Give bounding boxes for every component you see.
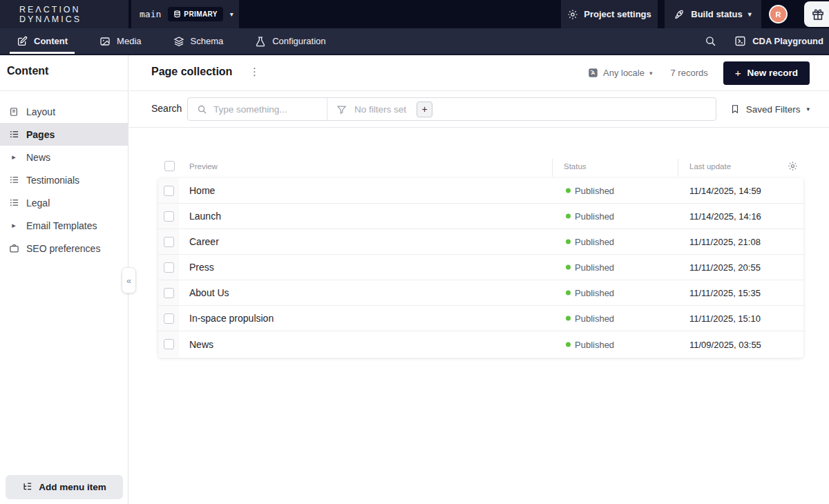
search-filter-row: Search No filters set + (129, 91, 829, 127)
list-icon (8, 175, 19, 185)
row-checkbox[interactable] (164, 313, 174, 324)
gear-icon (567, 9, 578, 20)
select-all-checkbox[interactable] (164, 161, 175, 171)
status-dot (566, 240, 571, 244)
primary-badge-label: PRIMARY (184, 10, 218, 18)
gift-button[interactable] (804, 1, 829, 27)
image-icon (99, 36, 111, 47)
flask-icon (255, 36, 266, 47)
row-checkbox[interactable] (164, 211, 174, 222)
cell-last-update: 11/14/2025, 14:59 (689, 186, 761, 196)
table-settings-gear-icon[interactable] (788, 161, 798, 171)
sidebar-item-label: Testimonials (26, 175, 79, 186)
saved-filters-button[interactable]: Saved Filters ▾ (730, 97, 810, 121)
tree-list-icon (22, 482, 32, 492)
column-header-status[interactable]: Status (564, 162, 587, 171)
chevron-down-icon: ▾ (748, 11, 752, 18)
chevron-down-icon: ▾ (649, 70, 653, 77)
row-checkbox[interactable] (164, 186, 174, 196)
logo-line-2: DYNΛMICS (19, 14, 128, 24)
search-icon (197, 104, 207, 115)
locale-selector[interactable]: A Any locale ▾ (588, 68, 653, 78)
table-row[interactable]: Press Published 11/11/2025, 20:55 (158, 255, 803, 280)
saved-filters-label: Saved Filters (746, 104, 801, 115)
tab-content[interactable]: Content (6, 28, 79, 54)
row-checkbox[interactable] (164, 237, 174, 247)
tab-configuration[interactable]: Configuration (244, 28, 336, 54)
sidebar-item-label: Email Templates (26, 220, 97, 231)
build-status-label: Build status (691, 9, 742, 19)
table-row[interactable]: News Published 11/09/2025, 03:55 (158, 331, 803, 357)
cda-playground-label: CDA Playground (752, 36, 823, 46)
main-content: Page collection ⋮ A Any locale ▾ 7 recor… (129, 55, 829, 504)
project-settings-button[interactable]: Project settings (561, 0, 658, 28)
tab-schema[interactable]: Schema (162, 28, 235, 54)
kebab-menu-icon[interactable]: ⋮ (249, 66, 260, 78)
row-gutter (158, 229, 179, 254)
cell-last-update: 11/11/2025, 15:10 (689, 313, 761, 324)
new-record-label: New record (747, 68, 798, 78)
terminal-icon (734, 35, 746, 47)
cda-playground-button[interactable]: CDA Playground (734, 35, 823, 47)
add-menu-item-button[interactable]: Add menu item (6, 475, 123, 499)
sidebar-item-testimonials[interactable]: Testimonials (0, 168, 128, 191)
search-icon[interactable] (705, 35, 716, 47)
primary-badge: PRIMARY (168, 7, 223, 21)
sidebar-item-email-templates[interactable]: ▸ Email Templates (0, 214, 128, 237)
sidebar-item-label: News (26, 152, 50, 163)
sidebar-collapse-button[interactable]: « (122, 267, 136, 293)
topbar: REΛCTION DYNΛMICS main PRIMARY ▾ Project… (0, 0, 829, 28)
tab-media[interactable]: Media (88, 28, 152, 54)
avatar[interactable]: R (769, 5, 788, 23)
sidebar-item-legal[interactable]: Legal (0, 191, 128, 214)
table-row[interactable]: Launch Published 11/14/2025, 14:16 (158, 204, 803, 229)
search-field[interactable] (188, 104, 327, 115)
column-header-preview[interactable]: Preview (189, 162, 218, 171)
sidebar-item-news[interactable]: ▸ News (0, 146, 128, 168)
status-badge: Published (575, 288, 614, 298)
row-checkbox[interactable] (164, 339, 174, 349)
table-row[interactable]: In-space propulsion Published 11/11/2025… (158, 306, 803, 331)
add-filter-button[interactable]: + (417, 101, 432, 117)
divider (0, 90, 128, 91)
tab-media-label: Media (117, 36, 141, 46)
records-count: 7 records (671, 68, 708, 78)
sidebar-item-layout[interactable]: Layout (0, 100, 128, 123)
layers-icon (173, 36, 184, 47)
sidebar-item-pages[interactable]: Pages (0, 123, 128, 146)
status-dot (566, 316, 571, 321)
branch-selector[interactable]: main PRIMARY ▾ (131, 0, 239, 28)
sidebar-item-label: SEO preferences (26, 243, 100, 254)
logo[interactable]: REΛCTION DYNΛMICS (0, 0, 128, 28)
row-checkbox[interactable] (164, 288, 174, 298)
sidebar-item-seo-preferences[interactable]: SEO preferences (0, 237, 128, 260)
table-row[interactable]: Career Published 11/11/2025, 21:08 (158, 229, 803, 255)
build-status-button[interactable]: Build status ▾ (665, 0, 761, 28)
status-dot (566, 265, 571, 270)
caret-right-icon: ▸ (8, 153, 19, 162)
briefcase-icon (8, 243, 19, 253)
status-badge: Published (575, 186, 614, 196)
header-actions: A Any locale ▾ 7 records + New record (588, 55, 810, 90)
document-icon (8, 107, 19, 117)
column-header-last-update[interactable]: Last update (689, 162, 731, 171)
search-input[interactable] (213, 104, 317, 115)
cell-preview: Home (189, 185, 215, 196)
cell-last-update: 11/09/2025, 03:55 (689, 339, 761, 349)
tab-configuration-label: Configuration (272, 36, 325, 46)
branch-name: main (140, 9, 161, 19)
row-checkbox[interactable] (164, 262, 174, 273)
chevron-down-icon: ▾ (230, 11, 234, 18)
table-row[interactable]: About Us Published 11/11/2025, 15:35 (158, 280, 803, 306)
new-record-button[interactable]: + New record (723, 61, 810, 85)
funnel-icon (336, 104, 347, 115)
tab-schema-label: Schema (191, 36, 224, 46)
cell-preview: In-space propulsion (189, 313, 274, 324)
status-dot (566, 188, 571, 193)
cell-preview: About Us (189, 287, 229, 298)
table-row[interactable]: Home Published 11/14/2025, 14:59 (158, 178, 803, 204)
collection-header: Page collection ⋮ A Any locale ▾ 7 recor… (129, 55, 829, 90)
row-gutter (158, 178, 179, 203)
database-icon (173, 10, 181, 18)
column-divider (678, 159, 678, 177)
